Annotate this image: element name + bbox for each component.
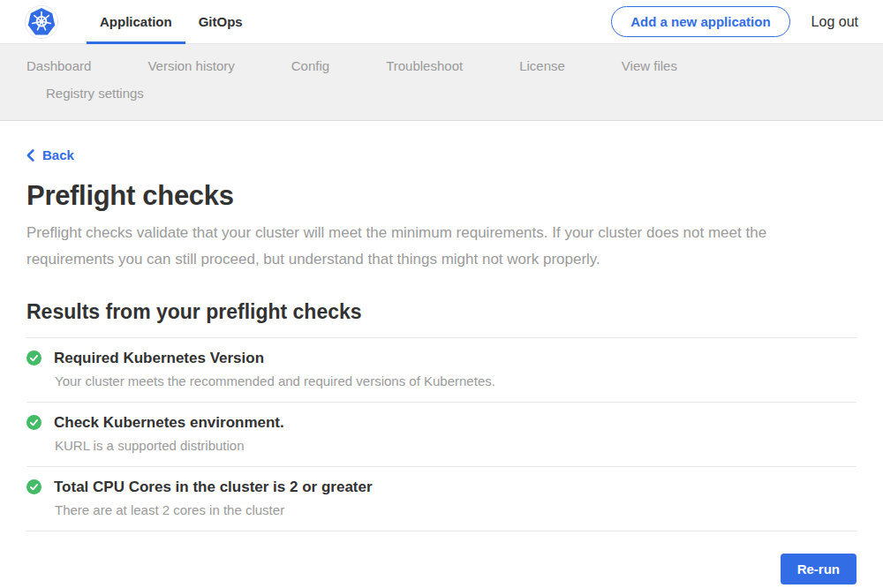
add-new-application-button[interactable]: Add a new application <box>611 6 789 37</box>
primary-nav-tabs: Application GitOps <box>87 0 256 44</box>
check-detail: There are at least 2 cores in the cluste… <box>55 502 857 517</box>
subnav-item-view-files[interactable]: View files <box>622 58 677 73</box>
tab-gitops-label: GitOps <box>199 14 243 29</box>
subnav-item-troubleshoot[interactable]: Troubleshoot <box>386 58 463 73</box>
chevron-left-icon <box>26 149 34 162</box>
app-subnav: Dashboard Version history Config Trouble… <box>0 44 883 121</box>
top-navbar: Application GitOps Add a new application… <box>0 0 883 44</box>
tab-application-label: Application <box>100 14 172 29</box>
back-label: Back <box>42 147 74 162</box>
check-detail: KURL is a supported distribution <box>55 438 857 453</box>
page-title: Preflight checks <box>26 180 857 212</box>
subnav-item-license[interactable]: License <box>519 58 565 73</box>
check-circle-icon <box>26 351 42 366</box>
preflight-check-row: Required Kubernetes Version Your cluster… <box>26 337 857 402</box>
kubernetes-logo[interactable] <box>25 5 58 39</box>
check-row-header: Check Kubernetes environment. <box>26 414 857 432</box>
subnav-row-1: Dashboard Version history Config Trouble… <box>26 58 857 73</box>
subnav-item-version-history[interactable]: Version history <box>147 58 234 73</box>
preflight-check-row: Total CPU Cores in the cluster is 2 or g… <box>26 466 857 531</box>
check-title: Check Kubernetes environment. <box>54 414 284 432</box>
check-row-header: Total CPU Cores in the cluster is 2 or g… <box>26 479 857 496</box>
tab-gitops[interactable]: GitOps <box>185 0 256 44</box>
check-row-header: Required Kubernetes Version <box>26 350 857 367</box>
tab-application[interactable]: Application <box>87 0 185 44</box>
check-detail: Your cluster meets the recommended and r… <box>55 373 857 388</box>
check-circle-icon <box>26 479 42 494</box>
navbar-right: Add a new application Log out <box>611 6 858 37</box>
main-content: Back Preflight checks Preflight checks v… <box>0 121 883 584</box>
subnav-item-config[interactable]: Config <box>291 58 329 73</box>
preflight-check-row: Check Kubernetes environment. KURL is a … <box>26 402 857 466</box>
preflight-results-list: Required Kubernetes Version Your cluster… <box>26 337 857 531</box>
subnav-item-dashboard[interactable]: Dashboard <box>26 58 91 73</box>
check-circle-icon <box>26 415 42 430</box>
subnav-row-2: Registry settings <box>26 86 857 101</box>
results-heading: Results from your preflight checks <box>26 300 857 324</box>
page-description: Preflight checks validate that your clus… <box>26 220 843 273</box>
back-link[interactable]: Back <box>26 147 74 162</box>
subnav-item-registry-settings[interactable]: Registry settings <box>46 86 144 101</box>
logout-link[interactable]: Log out <box>811 14 858 30</box>
footer-actions: Re-run <box>26 554 857 584</box>
check-title: Total CPU Cores in the cluster is 2 or g… <box>54 479 373 496</box>
rerun-button[interactable]: Re-run <box>781 554 857 584</box>
check-title: Required Kubernetes Version <box>54 350 264 367</box>
